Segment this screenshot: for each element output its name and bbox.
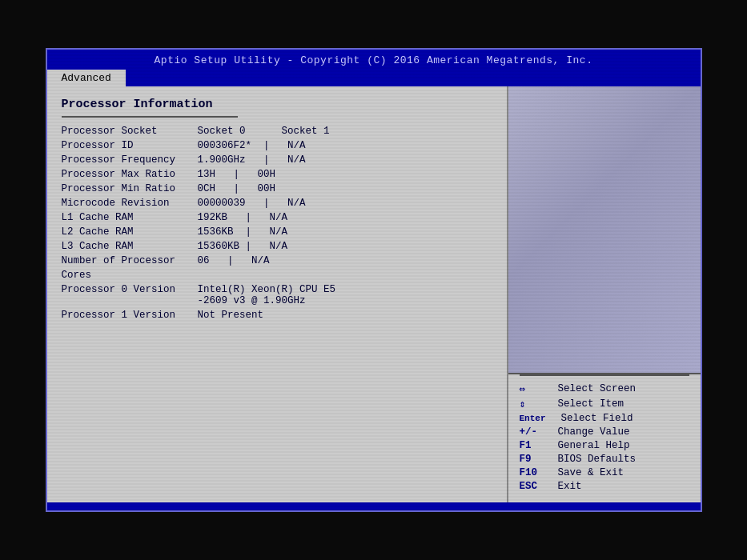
row-value: Socket 0 Socket 1: [198, 126, 330, 137]
row-label: Cores: [62, 270, 198, 281]
help-desc: Select Screen: [558, 383, 637, 394]
row-value: 06 | N/A: [198, 255, 270, 266]
help-row: ⇕ Select Item: [520, 398, 689, 410]
help-key: Enter: [520, 414, 561, 423]
help-desc: BIOS Defaults: [558, 454, 637, 465]
help-desc: Select Field: [561, 413, 633, 424]
row-value: 15360KB | N/A: [198, 241, 288, 252]
help-desc: General Help: [558, 440, 630, 451]
row-label: Processor 1 Version: [62, 310, 198, 321]
help-desc: Exit: [558, 481, 582, 492]
table-row: L3 Cache RAM 15360KB | N/A: [62, 241, 492, 252]
help-desc: Save & Exit: [558, 467, 625, 478]
row-value: 00000039 | N/A: [198, 198, 306, 209]
help-desc: Select Item: [558, 398, 625, 410]
tab-bar: Advanced: [47, 70, 701, 86]
row-label: Number of Processor: [62, 255, 198, 266]
table-row: Number of Processor 06 | N/A: [62, 255, 492, 266]
table-row: Processor ID 000306F2* | N/A: [62, 140, 492, 151]
right-upper-area: [508, 86, 701, 374]
help-key: +/-: [520, 426, 558, 438]
help-key: ⇔: [520, 382, 558, 395]
right-panel: ⇔ Select Screen ⇕ Select Item Enter Sele…: [508, 86, 701, 502]
help-row: F9 BIOS Defaults: [520, 454, 689, 465]
table-row: Microcode Revision 00000039 | N/A: [62, 198, 492, 209]
row-label: Processor Max Ratio: [62, 169, 198, 180]
table-row: Processor Max Ratio 13H | 00H: [62, 169, 492, 180]
table-row: Processor 1 Version Not Present: [62, 310, 492, 321]
left-panel: Processor Information Processor Socket S…: [47, 86, 508, 502]
info-table: Processor Socket Socket 0 Socket 1 Proce…: [62, 126, 492, 321]
help-key: F1: [520, 440, 558, 451]
row-label: Processor Frequency: [62, 154, 198, 166]
row-label: Processor Min Ratio: [62, 183, 198, 194]
row-label: Processor ID: [62, 140, 198, 151]
bios-container: Aptio Setup Utility - Copyright (C) 2016…: [46, 48, 702, 512]
table-row: L2 Cache RAM 1536KB | N/A: [62, 226, 492, 238]
help-key: F9: [520, 454, 558, 465]
row-label: Processor Socket: [62, 126, 198, 137]
panel-divider: [62, 116, 238, 118]
help-row: Enter Select Field: [520, 413, 689, 424]
row-value: Not Present: [198, 310, 264, 321]
row-label: L2 Cache RAM: [62, 226, 198, 238]
row-label: L3 Cache RAM: [62, 241, 198, 252]
help-key: F10: [520, 467, 558, 478]
table-row: L1 Cache RAM 192KB | N/A: [62, 212, 492, 223]
tab-advanced[interactable]: Advanced: [47, 70, 126, 86]
help-row: ESC Exit: [520, 481, 689, 492]
main-content: Processor Information Processor Socket S…: [47, 86, 701, 502]
table-row: Processor Frequency 1.900GHz | N/A: [62, 154, 492, 166]
row-label: Processor 0 Version: [62, 284, 198, 295]
row-label: Microcode Revision: [62, 198, 198, 209]
row-value: 1536KB | N/A: [198, 226, 288, 238]
help-section: ⇔ Select Screen ⇕ Select Item Enter Sele…: [520, 374, 689, 494]
table-row: Processor 0 Version Intel(R) Xeon(R) CPU…: [62, 284, 492, 306]
help-row: F1 General Help: [520, 440, 689, 451]
table-row: Cores: [62, 270, 492, 281]
row-value: 1.900GHz | N/A: [198, 154, 306, 166]
help-row: F10 Save & Exit: [520, 467, 689, 478]
help-desc: Change Value: [558, 426, 630, 438]
help-key: ⇕: [520, 398, 558, 410]
row-value: Intel(R) Xeon(R) CPU E5 -2609 v3 @ 1.90G…: [198, 284, 336, 306]
panel-title: Processor Information: [62, 98, 492, 111]
title-text: Aptio Setup Utility - Copyright (C) 2016…: [155, 54, 593, 66]
help-row: +/- Change Value: [520, 426, 689, 438]
help-row: ⇔ Select Screen: [520, 382, 689, 395]
row-value: 13H | 00H: [198, 169, 276, 180]
help-key: ESC: [520, 481, 558, 492]
title-bar: Aptio Setup Utility - Copyright (C) 2016…: [47, 50, 701, 66]
table-row: Processor Min Ratio 0CH | 00H: [62, 183, 492, 194]
row-value: 0CH | 00H: [198, 183, 276, 194]
row-value: 192KB | N/A: [198, 212, 288, 223]
row-value: 000306F2* | N/A: [198, 140, 306, 151]
table-row: Processor Socket Socket 0 Socket 1: [62, 126, 492, 137]
row-label: L1 Cache RAM: [62, 212, 198, 223]
